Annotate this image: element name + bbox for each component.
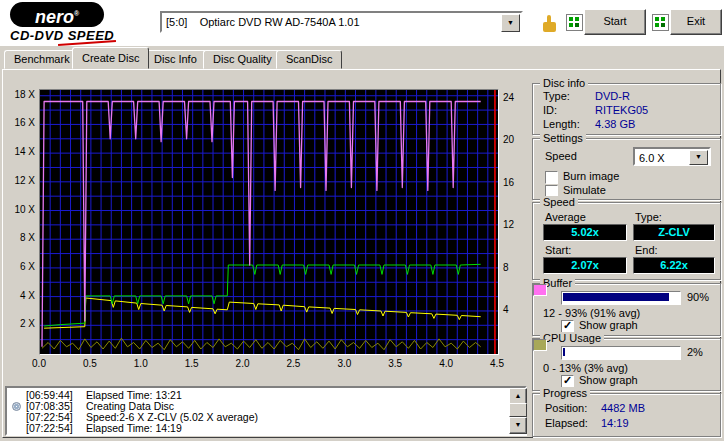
elapsed-label: Elapsed: [545, 417, 588, 429]
disc-type-value: DVD-R [595, 90, 630, 102]
x-axis-tick-label: 4.0 [434, 358, 458, 369]
log-row: [06:59:44]Elapsed Time: 13:21 [9, 390, 505, 401]
burn-image-checkbox[interactable] [545, 171, 558, 184]
progress-group: Progress Position: 4482 MB Elapsed: 14:1… [532, 393, 721, 437]
x-axis-tick-label: 4.5 [485, 358, 509, 369]
left-axis-tick-label: 18 X [3, 89, 35, 100]
settings-group: Settings Speed 6.0 X ▼ Burn image Simula… [532, 138, 721, 200]
scroll-down-icon[interactable]: ▼ [509, 417, 527, 434]
start-speed-label: Start: [545, 244, 571, 256]
log-text: Elapsed Time: 14:19 [86, 422, 182, 434]
right-axis-tick-label: 24 [503, 92, 523, 103]
chart-plot [39, 89, 499, 355]
speed-title: Speed [540, 196, 578, 208]
nero-logo: nero® [10, 2, 104, 27]
position-label: Position: [545, 402, 587, 414]
exit-button[interactable]: Exit [670, 9, 722, 35]
log-timestamp: [07:22:54] [26, 423, 86, 434]
registered-mark: ® [74, 10, 79, 17]
nero-cd-dvd-speed-window: nero® CD-DVD SPEED [5:0] Optiarc DVD RW … [0, 0, 724, 441]
x-axis-tick-label: 0.0 [27, 358, 51, 369]
hand-icon [543, 22, 556, 32]
tab-disc-info[interactable]: Disc Info [144, 50, 207, 69]
speed-select-value: 6.0 X [639, 150, 665, 166]
disc-info-title: Disc info [540, 77, 588, 89]
settings-title: Settings [540, 132, 586, 144]
disc-type-label: Type: [543, 90, 570, 102]
end-speed-value: 6.22x [633, 257, 715, 274]
buffer-show-graph-label: Show graph [579, 319, 638, 331]
cpu-range-text: 0 - 13% (3% avg) [543, 362, 628, 374]
tab-scandisc[interactable]: ScanDisc [276, 50, 342, 69]
disc-info-group: Disc info Type: DVD-R ID: RITEKG05 Lengt… [532, 83, 721, 135]
top-bar: nero® CD-DVD SPEED [5:0] Optiarc DVD RW … [0, 0, 724, 47]
cpu-meter-fill [563, 348, 565, 356]
drive-select-dropdown[interactable]: [5:0] Optiarc DVD RW AD-7540A 1.01 ▼ [160, 11, 523, 33]
status-log-panel: [06:59:44]Elapsed Time: 13:21 [07:08:35]… [5, 386, 527, 436]
cpu-usage-title: CPU Usage [540, 332, 604, 344]
speed-group: Speed Average Type: 5.02x Z-CLV Start: E… [532, 202, 721, 280]
buffer-meter-fill [563, 293, 669, 301]
scrollbar-thumb[interactable] [509, 403, 527, 417]
write-type-value: Z-CLV [633, 224, 715, 241]
disc-id-label: ID: [543, 104, 557, 116]
average-speed-value: 5.02x [543, 224, 627, 241]
tab-benchmark[interactable]: Benchmark [4, 50, 80, 69]
right-axis-tick-label: 8 [503, 262, 523, 273]
disc-length-label: Length: [543, 118, 580, 130]
right-axis-tick-label: 20 [503, 134, 523, 145]
left-axis-tick-label: 4 X [3, 290, 35, 301]
tab-strip: Benchmark Create Disc Disc Info Disc Qua… [0, 46, 724, 69]
speed-setting-label: Speed [545, 150, 577, 162]
cpu-usage-group: CPU Usage 2% 0 - 13% (3% avg) Show graph [532, 338, 721, 391]
chevron-down-icon[interactable]: ▼ [689, 150, 708, 165]
left-axis-tick-label: 8 X [3, 232, 35, 243]
speed-select-dropdown[interactable]: 6.0 X ▼ [633, 147, 711, 166]
start-button[interactable]: Start [584, 9, 646, 35]
buffer-range-text: 12 - 93% (91% avg) [543, 307, 640, 319]
start-speed-value: 2.07x [543, 257, 627, 274]
left-axis-tick-label: 12 X [3, 175, 35, 186]
tab-create-disc[interactable]: Create Disc [72, 47, 149, 69]
position-value: 4482 MB [601, 402, 645, 414]
create-disc-page: 18 X16 X14 X12 X10 X8 X6 X4 X2 X24201612… [2, 69, 721, 438]
green-grid-icon[interactable] [566, 14, 583, 31]
x-axis-tick-label: 0.5 [78, 358, 102, 369]
left-axis-tick-label: 2 X [3, 318, 35, 329]
chevron-down-icon[interactable]: ▼ [501, 14, 520, 32]
elapsed-value: 14:19 [601, 417, 629, 429]
disc-id-value: RITEKG05 [595, 104, 648, 116]
left-axis-tick-label: 16 X [3, 117, 35, 128]
buffer-meter [561, 291, 681, 305]
left-axis-tick-label: 14 X [3, 146, 35, 157]
log-scrollbar[interactable]: ▲ ▼ [509, 388, 525, 434]
simulate-label: Simulate [563, 184, 606, 196]
x-axis-tick-label: 1.0 [129, 358, 153, 369]
left-axis-tick-label: 6 X [3, 261, 35, 272]
chart-area: 18 X16 X14 X12 X10 X8 X6 X4 X2 X24201612… [3, 70, 530, 372]
eject-hand-icon[interactable] [537, 10, 561, 36]
series-write-speed [44, 264, 481, 326]
disc-icon [12, 402, 21, 411]
x-axis-tick-label: 3.5 [383, 358, 407, 369]
tab-disc-quality[interactable]: Disc Quality [203, 50, 282, 69]
burn-image-label: Burn image [563, 170, 619, 182]
right-axis-tick-label: 12 [503, 219, 523, 230]
green-grid-icon[interactable] [652, 14, 669, 31]
type-label: Type: [635, 211, 662, 223]
left-axis-tick-label: 10 X [3, 204, 35, 215]
drive-select-value: [5:0] Optiarc DVD RW AD-7540A 1.01 [166, 14, 360, 30]
nero-logo-text: nero [35, 7, 74, 27]
x-axis-tick-label: 3.0 [332, 358, 356, 369]
series-rotation-speed [44, 298, 481, 328]
average-label: Average [545, 211, 586, 223]
cpu-show-graph-label: Show graph [579, 374, 638, 386]
buffer-group: Buffer 90% 12 - 93% (91% avg) Show graph [532, 283, 721, 336]
buffer-color-swatch [533, 284, 547, 296]
buffer-percent: 90% [687, 291, 709, 303]
cpu-meter [561, 346, 681, 360]
x-axis-tick-label: 1.5 [180, 358, 204, 369]
end-speed-label: End: [635, 244, 658, 256]
right-axis-tick-label: 4 [503, 304, 523, 315]
cpu-color-swatch [533, 339, 547, 351]
